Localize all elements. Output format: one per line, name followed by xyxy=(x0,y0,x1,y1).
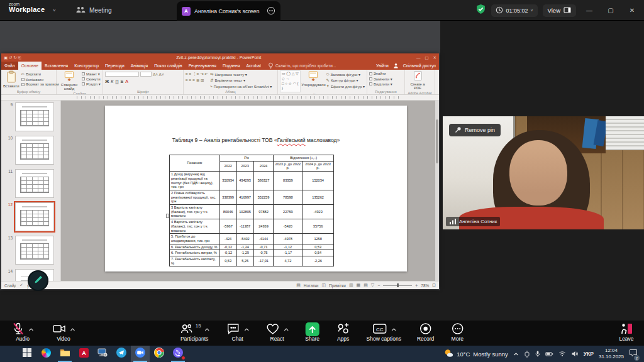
tab-shared-screen[interactable]: A Ангеліна Сотник's screen xyxy=(177,1,280,21)
zoom-out-icon[interactable]: − xyxy=(377,283,380,288)
ppt-tab-основне[interactable]: Основне xyxy=(18,62,42,70)
tray-expand-icon[interactable] xyxy=(513,352,519,356)
ppt-tab-файл[interactable]: Файл xyxy=(1,62,18,70)
close-button[interactable]: ✕ xyxy=(624,7,640,14)
speaker-icon[interactable] xyxy=(571,351,579,357)
chevron-up-icon[interactable] xyxy=(28,323,34,334)
paste-button[interactable]: Вставити xyxy=(3,70,19,88)
ppt-tab-показ-слайдів[interactable]: Показ слайдів xyxy=(151,62,186,70)
taskbar-chrome-button[interactable] xyxy=(150,346,169,362)
ppt-tab-подання[interactable]: Подання xyxy=(219,62,243,70)
toolbar-share-button[interactable]: Share xyxy=(305,321,320,346)
create-pdf-button[interactable]: Create a PDF xyxy=(407,70,428,90)
arrange-button[interactable]: Упорядкувати xyxy=(303,70,324,87)
slide-thumbnail-13[interactable]: 13 xyxy=(6,236,60,265)
ppt-tab-анімація[interactable]: Анімація xyxy=(128,62,151,70)
chevron-up-icon[interactable] xyxy=(244,323,250,334)
zoom-slider[interactable] xyxy=(383,285,412,286)
weather-widget[interactable]: 10°C Mostly sunny xyxy=(443,348,508,359)
spellcheck-icon[interactable]: ✓ xyxy=(19,283,23,288)
cut-button[interactable]: ✂Вирізати xyxy=(21,72,59,77)
chevron-up-icon[interactable] xyxy=(391,323,396,334)
office-share-button[interactable]: Спільний доступ xyxy=(403,63,436,68)
view-sorter-icon[interactable]: ▦ xyxy=(357,283,361,288)
ppt-tab-рецензування[interactable]: Рецензування xyxy=(186,62,219,70)
ppt-tab-вставлення[interactable]: Вставлення xyxy=(42,62,71,70)
remove-pin-button[interactable]: Remove pin xyxy=(449,124,501,136)
toolbar-participants-button[interactable]: 15Participants xyxy=(179,321,210,346)
shapes-gallery[interactable]: ▭ ◯ △ ▽ ◇ →□ ○ ☆ ◠ { } xyxy=(280,70,301,92)
toolbar-audio-button[interactable]: Audio xyxy=(11,321,34,346)
clock-date[interactable]: 12:04 31.10.2025 xyxy=(599,348,624,360)
italic-button[interactable]: К xyxy=(111,79,113,84)
toolbar-react-button[interactable]: React xyxy=(265,321,289,346)
font-name-combobox[interactable] xyxy=(105,72,139,77)
quick-access-toolbar-icons[interactable]: ▣ ↺ ↻ ⎘ xyxy=(4,55,21,60)
select-button[interactable]: Виділити ▾ xyxy=(369,82,392,86)
watch-icon[interactable] xyxy=(524,351,530,358)
chevron-down-icon[interactable]: ˅ xyxy=(53,8,56,13)
ppt-tab-конструктор[interactable]: Конструктор xyxy=(71,62,102,70)
toolbar-record-button[interactable]: Record xyxy=(417,321,434,346)
shape-outline-button[interactable]: ✎Контур фігури ▾ xyxy=(326,78,365,83)
maximize-button[interactable]: ▢ xyxy=(602,7,619,14)
slide-thumbnail-12[interactable]: 12 xyxy=(6,202,60,231)
view-normal-icon[interactable]: ▥ xyxy=(349,283,353,288)
language-switcher[interactable]: УКР xyxy=(584,351,594,357)
taskbar-copilot-button[interactable] xyxy=(36,346,55,362)
toolbar-leave-button[interactable]: Leave xyxy=(619,321,634,346)
taskbar-start-button[interactable] xyxy=(18,346,36,362)
chevron-up-icon[interactable] xyxy=(204,323,210,334)
ellipsis-menu-icon[interactable] xyxy=(267,6,275,16)
font-color-button[interactable]: A xyxy=(125,79,128,84)
taskbar-zoom-button[interactable] xyxy=(131,346,150,362)
new-slide-button[interactable]: Створити слайд xyxy=(58,70,80,91)
tell-me-box[interactable]: Скажіть, що потрібно зробити... xyxy=(268,62,336,70)
strikethrough-button[interactable]: S xyxy=(121,79,124,84)
shape-effects-button[interactable]: ✦Ефекти для фігур ▾ xyxy=(326,84,365,89)
minimize-button[interactable]: — xyxy=(581,7,597,14)
toolbar-apps-button[interactable]: Apps xyxy=(336,321,351,346)
ppt-tab-acrobat[interactable]: Acrobat xyxy=(243,62,264,70)
toolbar-captions-button[interactable]: CCShow captions xyxy=(367,321,401,346)
align-text-button[interactable]: ⇵Вирівняти текст ▾ xyxy=(210,78,272,83)
reset-button[interactable]: Скинути xyxy=(82,77,101,81)
security-shield-icon[interactable] xyxy=(475,4,486,17)
taskbar-pc-button[interactable] xyxy=(93,346,112,362)
chevron-up-icon[interactable] xyxy=(284,323,289,334)
view-reading-icon[interactable]: ▤ xyxy=(364,283,368,288)
meeting-timer[interactable]: 01:05:02 ˅ xyxy=(491,4,537,17)
fit-slide-icon[interactable]: ⊡ xyxy=(432,283,436,288)
format-painter-button[interactable]: Формат за зразком xyxy=(21,82,59,86)
tray-mic-icon[interactable] xyxy=(535,351,540,358)
smartart-button[interactable]: ⤷Перетворити на об'єкт SmartArt ▾ xyxy=(210,84,272,89)
grow-shrink-font-buttons[interactable]: A˄ A˅ xyxy=(153,72,164,77)
slide-thumbnail-11[interactable]: 11 xyxy=(6,169,60,198)
ppt-maximize-button[interactable]: ▢ xyxy=(425,55,428,60)
toolbar-video-button[interactable]: Video xyxy=(52,321,75,346)
slide-thumbnail-10[interactable]: 10 xyxy=(6,136,60,165)
wifi-icon[interactable] xyxy=(558,351,566,357)
copy-button[interactable]: Копіювати xyxy=(21,78,59,82)
list-indent-buttons[interactable]: ≡ ≡ ⋮≡ ⇥ ⇤ xyxy=(186,72,208,77)
zoom-level[interactable]: 78% xyxy=(421,283,429,288)
shape-fill-button[interactable]: ◇Заливка фігури ▾ xyxy=(326,72,365,77)
bold-button[interactable]: Ж xyxy=(105,79,109,84)
tab-meeting[interactable]: Meeting xyxy=(70,0,117,21)
toolbar-chat-button[interactable]: Chat xyxy=(226,321,250,346)
view-slideshow-icon[interactable]: ▽ xyxy=(371,283,374,288)
sign-in-button[interactable]: Увійти xyxy=(376,63,389,68)
ppt-tab-переходи[interactable]: Переходи xyxy=(102,62,128,70)
zoom-in-icon[interactable]: + xyxy=(415,283,418,288)
ppt-minimize-button[interactable]: — xyxy=(416,55,421,60)
battery-icon[interactable] xyxy=(545,351,553,357)
taskbar-acrobat-button[interactable]: A xyxy=(74,346,93,362)
taskbar-explorer-button[interactable] xyxy=(55,346,74,362)
chevron-up-icon[interactable] xyxy=(70,323,75,334)
font-size-combobox[interactable] xyxy=(140,72,152,77)
slide-scrollbar[interactable] xyxy=(435,101,439,281)
slide-thumbnail-9[interactable]: 9 xyxy=(6,102,60,131)
ppt-close-button[interactable]: ✕ xyxy=(433,55,436,60)
taskbar-viber-button[interactable] xyxy=(169,346,187,362)
view-button[interactable]: View xyxy=(543,4,576,17)
